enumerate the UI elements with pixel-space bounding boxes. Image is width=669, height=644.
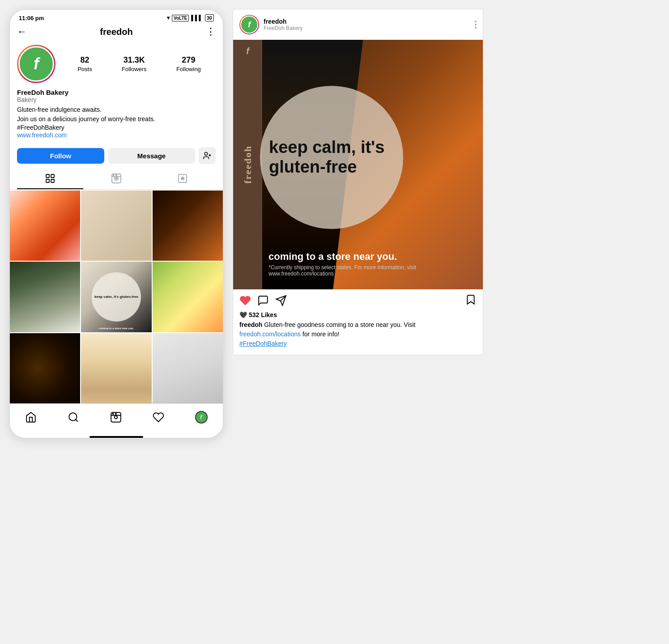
caption-hashtag[interactable]: #FreeDohBakery xyxy=(239,340,287,347)
bio-text-2: Join us on a delicious journey of worry-… xyxy=(17,114,216,124)
svg-point-11 xyxy=(113,175,114,176)
tab-reels[interactable] xyxy=(83,169,149,189)
grid-item-9[interactable] xyxy=(153,333,223,403)
heart-filled-icon xyxy=(239,295,251,306)
bio-text-1: Gluten-free indulgence awaits. xyxy=(17,105,216,114)
grid-item-8[interactable] xyxy=(81,333,151,403)
grid-item-2[interactable] xyxy=(81,191,151,261)
nav-bar: ← freedoh ⋮ xyxy=(10,24,223,41)
signal-icon: ▌▌▌ xyxy=(191,15,203,21)
status-time: 11:06 pm xyxy=(19,15,44,21)
bottom-nav: f xyxy=(10,403,223,434)
nav-search[interactable] xyxy=(64,410,83,425)
tab-grid[interactable] xyxy=(17,169,83,189)
sidebar-brand-text: freedoh xyxy=(242,145,254,184)
post-likes: 🖤 532 Likes xyxy=(233,311,483,320)
grid-item-1[interactable] xyxy=(10,191,80,261)
image-grid: keep calm, it's gluten-free coming to a … xyxy=(10,191,223,403)
svg-rect-4 xyxy=(51,174,54,178)
nav-home[interactable] xyxy=(21,410,40,425)
profile-category: Bakery xyxy=(17,96,216,103)
post-avatar: f xyxy=(240,16,258,34)
comment-button[interactable] xyxy=(257,295,269,306)
nav-profile[interactable]: f xyxy=(192,409,211,425)
home-icon xyxy=(25,411,37,423)
avatar-ring: f xyxy=(17,45,55,83)
bio-hashtag: #FreeDohBakery xyxy=(17,124,216,131)
reels-icon xyxy=(111,173,122,184)
nav-reels[interactable] xyxy=(107,410,125,425)
post-user-info: freedoh FreeDoh Bakery xyxy=(264,18,475,31)
posts-label: Posts xyxy=(77,66,92,72)
following-stat: 279 Following xyxy=(176,55,201,72)
tab-tagged[interactable] xyxy=(149,169,216,189)
post-image-small-text: *Currently shipping to select states. Fo… xyxy=(262,264,483,277)
heart-emoji: 🖤 xyxy=(239,311,249,318)
avatar: f xyxy=(18,46,54,82)
svg-point-18 xyxy=(115,416,118,419)
post-username[interactable]: freedoh xyxy=(264,18,475,25)
back-button[interactable]: ← xyxy=(17,26,27,38)
dot-1 xyxy=(475,21,477,22)
caption-text-2: for more info! xyxy=(303,330,339,338)
followers-label: Followers xyxy=(122,66,147,72)
wifi-icon: ▾ xyxy=(167,15,170,21)
post-image-sidebar: f freedoh xyxy=(233,40,262,289)
svg-rect-6 xyxy=(51,179,54,182)
share-button[interactable] xyxy=(275,295,287,306)
grid-icon xyxy=(45,173,55,184)
caption-username[interactable]: freedoh xyxy=(239,321,262,328)
svg-point-19 xyxy=(112,413,113,414)
followers-stat: 31.3K Followers xyxy=(122,55,147,72)
svg-line-16 xyxy=(76,419,78,422)
followers-count: 31.3K xyxy=(124,55,145,65)
sidebar-f-letter: f xyxy=(233,46,262,56)
profile-stats: 82 Posts 31.3K Followers 279 Following xyxy=(63,55,216,72)
bio-section: FreeDoh Bakery Bakery Gluten-free indulg… xyxy=(10,89,223,144)
add-person-button[interactable] xyxy=(199,147,216,164)
caption-link[interactable]: freedoh.com/locations xyxy=(239,330,301,338)
profile-name: FreeDoh Bakery xyxy=(17,89,216,96)
post-caption: freedoh Gluten-free goodness coming to a… xyxy=(233,320,483,355)
status-icons: ▾ VoLTE ▌▌▌ 30 xyxy=(167,14,214,21)
svg-point-0 xyxy=(205,153,208,156)
grid-item-4[interactable] xyxy=(10,262,80,332)
grid-item-6[interactable] xyxy=(153,262,223,332)
save-button[interactable] xyxy=(465,294,477,307)
grid-item-7[interactable] xyxy=(10,333,80,403)
bio-link[interactable]: www.freedoh.com xyxy=(17,131,67,139)
likes-count: 532 Likes xyxy=(249,311,277,318)
post-image-bottom-text: coming to a store near you. xyxy=(262,251,483,263)
post-image: f freedoh keep calm, it's gluten-free co… xyxy=(233,40,483,289)
posts-count: 82 xyxy=(80,55,89,65)
follow-button[interactable]: Follow xyxy=(17,148,104,164)
following-count: 279 xyxy=(182,55,195,65)
message-button[interactable]: Message xyxy=(108,148,195,164)
profile-header: f 82 Posts 31.3K Followers 279 Following xyxy=(10,41,223,89)
more-options-post[interactable] xyxy=(475,21,477,29)
grid-item-3[interactable] xyxy=(153,191,223,261)
volte-badge: VoLTE xyxy=(172,15,189,21)
svg-point-15 xyxy=(69,413,77,420)
bookmark-icon xyxy=(465,294,477,305)
posts-stat: 82 Posts xyxy=(77,55,92,72)
svg-rect-5 xyxy=(46,179,49,182)
svg-point-20 xyxy=(115,413,116,414)
post-header: f freedoh FreeDoh Bakery xyxy=(233,9,483,40)
phone-container: 11:06 pm ▾ VoLTE ▌▌▌ 30 ← freedoh ⋮ f 82… xyxy=(9,9,224,439)
grid-item-5[interactable]: keep calm, it's gluten-free coming to a … xyxy=(81,262,151,332)
post-image-circle: keep calm, it's gluten-free xyxy=(260,86,403,229)
post-actions xyxy=(233,289,483,311)
tagged-icon xyxy=(177,173,188,184)
nav-heart[interactable] xyxy=(149,410,168,425)
post-subtitle: FreeDoh Bakery xyxy=(264,25,475,31)
nav-username: freedoh xyxy=(100,27,132,37)
send-icon xyxy=(275,295,287,306)
profile-tabs xyxy=(10,169,223,190)
search-icon xyxy=(68,411,79,423)
more-options-button[interactable]: ⋮ xyxy=(206,26,216,38)
post-card: f freedoh FreeDoh Bakery f freedoh keep … xyxy=(233,9,483,355)
like-button[interactable] xyxy=(239,295,251,306)
add-person-icon xyxy=(203,151,212,160)
post-actions-left xyxy=(239,295,465,306)
